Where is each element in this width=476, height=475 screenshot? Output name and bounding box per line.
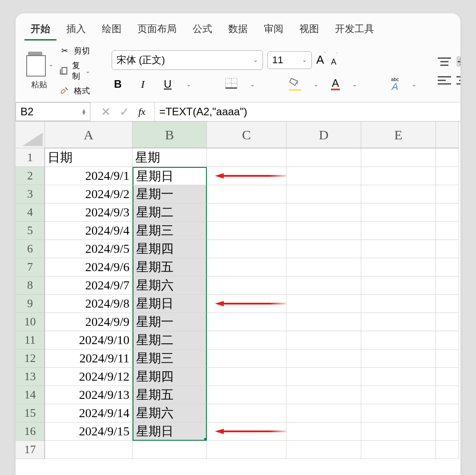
cell[interactable] [286, 276, 361, 295]
cell[interactable]: 星期二 [133, 331, 207, 349]
cell[interactable] [207, 240, 286, 258]
cell[interactable] [436, 368, 459, 386]
phonetic-dropdown-icon[interactable]: ⌄ [411, 81, 416, 88]
cell[interactable] [361, 368, 436, 386]
row-header[interactable]: 6 [16, 240, 45, 258]
cell[interactable] [436, 313, 459, 331]
row-header[interactable]: 8 [16, 276, 45, 295]
cell[interactable] [286, 222, 361, 240]
font-size-select[interactable]: 11 ⌄ [267, 51, 312, 69]
cell[interactable] [207, 368, 286, 386]
col-header-C[interactable]: C [207, 122, 286, 148]
underline-button[interactable]: U [161, 78, 174, 90]
cell[interactable] [207, 222, 286, 240]
cell[interactable]: 星期五 [133, 386, 207, 404]
font-name-select[interactable]: 宋体 (正文) ⌄ [112, 50, 263, 70]
cell[interactable] [361, 349, 436, 368]
cell[interactable] [207, 441, 286, 459]
cell[interactable] [361, 185, 436, 203]
cell[interactable] [361, 295, 436, 313]
cell[interactable] [436, 203, 459, 222]
cell[interactable] [207, 148, 286, 167]
copy-button[interactable]: 复制 ⌄ [59, 60, 90, 81]
cell[interactable]: 日期 [45, 148, 133, 167]
fill-color-button[interactable] [289, 77, 301, 91]
cell[interactable] [436, 240, 459, 258]
name-box-spinner-icon[interactable]: ▴▾ [82, 109, 85, 115]
cell[interactable]: 星期四 [133, 240, 207, 258]
cell[interactable] [361, 148, 436, 167]
cell[interactable] [436, 167, 459, 185]
cell[interactable] [436, 258, 459, 276]
cell[interactable] [361, 203, 436, 222]
fill-dropdown-icon[interactable]: ⌄ [314, 81, 319, 88]
cell[interactable] [361, 222, 436, 240]
cell[interactable] [207, 422, 286, 441]
cell[interactable]: 2024/9/14 [45, 404, 133, 422]
tab-developer[interactable]: 开发工具 [329, 19, 380, 41]
col-header-F[interactable] [436, 122, 459, 148]
bold-button[interactable]: B [112, 78, 124, 90]
cell[interactable]: 星期日 [133, 295, 207, 313]
row-header[interactable]: 4 [16, 203, 45, 222]
cell[interactable]: 2024/9/11 [45, 349, 133, 368]
cell[interactable] [436, 331, 459, 349]
cell[interactable]: 2024/9/8 [45, 295, 133, 313]
cell[interactable]: 星期六 [133, 404, 207, 422]
font-color-dropdown-icon[interactable]: ⌄ [352, 81, 357, 88]
formula-input[interactable]: =TEXT(A2,"aaaa") [154, 102, 460, 121]
cell[interactable] [286, 441, 361, 459]
cell[interactable] [436, 185, 459, 203]
cell[interactable] [286, 422, 361, 441]
cell[interactable] [286, 185, 361, 203]
tab-review[interactable]: 审阅 [258, 19, 290, 41]
font-color-button[interactable]: A [331, 78, 340, 90]
cell[interactable] [207, 258, 286, 276]
row-header[interactable]: 10 [16, 313, 45, 331]
cell[interactable] [361, 422, 436, 441]
cell[interactable] [436, 295, 459, 313]
col-header-A[interactable]: A [45, 122, 133, 148]
cell[interactable]: 星期一 [133, 185, 207, 203]
row-header[interactable]: 13 [16, 368, 45, 386]
cell[interactable]: 星期一 [133, 313, 207, 331]
cell[interactable] [286, 203, 361, 222]
borders-button[interactable] [225, 78, 238, 90]
cell[interactable]: 2024/9/7 [45, 276, 133, 295]
cell[interactable] [436, 222, 459, 240]
cut-button[interactable]: ✂ 剪切 [59, 45, 90, 57]
copy-dropdown-icon[interactable]: ⌄ [85, 68, 90, 74]
cell[interactable] [207, 331, 286, 349]
cell[interactable]: 2024/9/2 [45, 185, 133, 203]
cell[interactable] [286, 295, 361, 313]
cell[interactable]: 2024/9/6 [45, 258, 133, 276]
row-header[interactable]: 16 [16, 422, 45, 441]
cell[interactable]: 2024/9/3 [45, 203, 133, 222]
cell[interactable]: 星期四 [133, 368, 207, 386]
cell[interactable]: 星期六 [133, 276, 207, 295]
cell[interactable]: 星期日 [133, 422, 207, 441]
cell[interactable]: 2024/9/13 [45, 386, 133, 404]
cell[interactable] [207, 349, 286, 368]
row-header[interactable]: 15 [16, 404, 45, 422]
cell[interactable] [436, 404, 459, 422]
cell[interactable]: 2024/9/15 [45, 422, 133, 441]
confirm-icon[interactable]: ✓ [120, 105, 129, 119]
borders-dropdown-icon[interactable]: ⌄ [250, 81, 255, 88]
cell[interactable] [207, 185, 286, 203]
cell[interactable] [207, 386, 286, 404]
col-header-D[interactable]: D [286, 122, 361, 148]
align-top-button[interactable] [438, 56, 451, 67]
row-header[interactable]: 2 [16, 167, 45, 185]
cell[interactable] [361, 404, 436, 422]
cell[interactable] [286, 167, 361, 185]
align-left-button[interactable] [438, 75, 451, 85]
cell[interactable] [361, 313, 436, 331]
cell[interactable] [286, 386, 361, 404]
tab-view[interactable]: 视图 [293, 19, 325, 41]
tab-page-layout[interactable]: 页面布局 [131, 19, 183, 41]
cell[interactable]: 星期三 [133, 222, 207, 240]
row-header[interactable]: 7 [16, 258, 45, 276]
row-header[interactable]: 9 [16, 295, 45, 313]
cell[interactable]: 星期三 [133, 349, 207, 368]
